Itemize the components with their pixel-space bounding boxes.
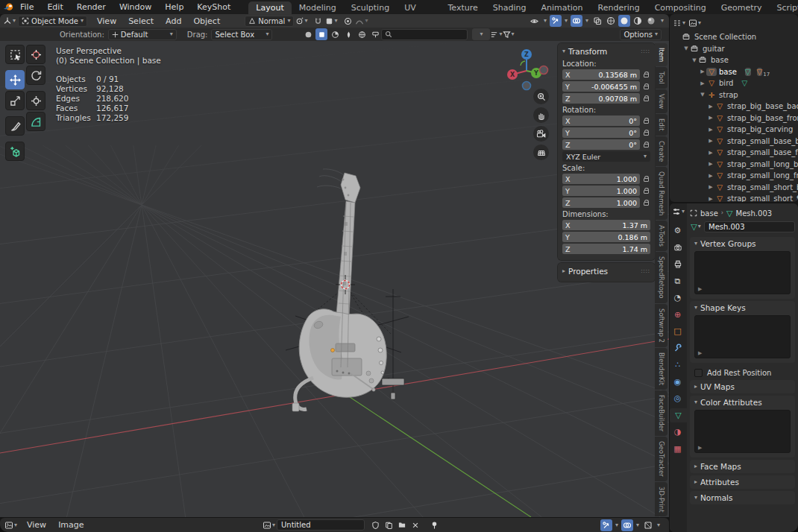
outliner-row[interactable]: ▶ ▽ strap_big_base_front (670, 113, 798, 124)
proportional-editing-button[interactable] (342, 15, 354, 27)
shade-wire-button[interactable] (605, 15, 617, 27)
asset-scene-icon[interactable] (329, 28, 341, 40)
sidebar-tab-quad-remesh[interactable]: Quad Remesh (655, 167, 667, 220)
blender-logo-icon[interactable] (3, 1, 14, 13)
sidebar-tab-facebuilder[interactable]: FaceBuilder (655, 390, 667, 436)
properties-tab-physics[interactable]: ◉ (670, 375, 685, 389)
properties-tab-material[interactable]: ◑ (670, 425, 685, 439)
browse-image-dropdown[interactable]: ▾ (263, 519, 275, 531)
snap-settings-dropdown[interactable]: ▾ (325, 15, 337, 27)
rotation-x-field[interactable]: X 0° (562, 115, 640, 126)
workspace-tab-texture-paint[interactable]: Texture Paint (440, 1, 485, 14)
tool-rotate-button[interactable] (26, 66, 45, 85)
outliner-row[interactable]: ▶ ▽ strap_small_short_back (670, 182, 798, 194)
mode-dropdown[interactable]: Object Mode▾ (18, 16, 87, 27)
sidebar-tab-speedretopo[interactable]: SpeedRetopo (655, 252, 667, 303)
topbar-menu-render[interactable]: Render (71, 1, 112, 13)
sidebar-tab-tool[interactable]: Tool (655, 67, 667, 89)
asset-brush-icon[interactable] (369, 28, 381, 40)
topbar-menu-keyshot[interactable]: KeyShot (191, 1, 236, 13)
properties-tab-view-layer[interactable]: ⧉ (670, 274, 685, 288)
asset-hdr-icon[interactable] (342, 28, 354, 40)
outliner-row[interactable]: ▶ ▽ strap_small_short_front (670, 193, 798, 202)
close-button[interactable] (409, 519, 421, 531)
outliner-filter-dropdown[interactable]: ▾ (688, 17, 701, 29)
properties-tab-tool[interactable]: ⚙ (670, 224, 685, 238)
lock-icon[interactable] (642, 142, 650, 148)
lock-icon[interactable] (642, 200, 650, 206)
drag-select-dropdown[interactable]: Select Box▾ (211, 29, 272, 40)
properties-tab-render[interactable] (670, 241, 685, 255)
shade-solid-button[interactable] (618, 15, 630, 27)
image-gizmos-dropdown[interactable]: ▾ (614, 522, 620, 528)
snap-toggle-button[interactable] (312, 15, 324, 27)
empty-list[interactable]: ▶ (694, 315, 791, 358)
lock-icon[interactable] (642, 72, 650, 77)
outliner-row[interactable]: ▶ ▽ strap_big_base_back (670, 101, 798, 113)
scale-z-field[interactable]: Z 1.000 (562, 197, 640, 208)
workspace-tab-sculpting[interactable]: Sculpting (344, 1, 397, 14)
properties-subpanel[interactable]: ▸ Properties ∷∷ (558, 263, 655, 282)
sidebar-tab-a-tools[interactable]: A-Tools (655, 221, 667, 251)
tool-move-button[interactable] (5, 70, 25, 89)
image-menu-view[interactable]: View (22, 520, 51, 530)
tool-transform-button[interactable] (26, 91, 45, 110)
checkbox[interactable] (694, 369, 703, 377)
gizmos-dropdown[interactable]: ▾ (563, 18, 569, 24)
xray-toggle-button[interactable] (591, 15, 603, 27)
camera-view-button[interactable] (533, 126, 549, 142)
tool-scale-button[interactable] (5, 91, 25, 110)
shade-render-button[interactable] (645, 15, 657, 27)
workspace-tab-compositing[interactable]: Compositing (647, 1, 714, 14)
sidebar-tab-blenderkit[interactable]: BlenderKit (655, 348, 667, 390)
topbar-menu-help[interactable]: Help (159, 1, 189, 13)
viewport-menu-object[interactable]: Object (188, 16, 225, 26)
workspace-tab-layout[interactable]: Layout (248, 1, 291, 14)
viewport-menu-view[interactable]: View (92, 16, 122, 26)
properties-tab-constraints[interactable]: ◎ (670, 391, 685, 405)
transform-orientation-dropdown[interactable]: Normal▾ (245, 16, 294, 27)
panel-normals[interactable]: ▾Normals (690, 491, 795, 504)
asset-search-input[interactable] (381, 29, 468, 40)
outliner-row[interactable]: ▶ ▽ strap_big_carving (670, 124, 798, 136)
sidebar-tab-create[interactable]: Create (655, 136, 667, 166)
outliner-row[interactable]: ▶ ▽ strap_small_base_back (670, 136, 798, 148)
properties-tab-modifiers[interactable] (670, 341, 685, 355)
properties-tab-particles[interactable]: ∴ (670, 358, 685, 372)
overlays-dropdown[interactable]: ▾ (584, 18, 590, 24)
image-gizmos-button[interactable] (600, 519, 612, 531)
rotation-mode-dropdown[interactable]: XYZ Euler▾ (562, 151, 650, 162)
asset-active-icon[interactable] (315, 28, 327, 40)
outliner-row[interactable]: ▶ ▽ strap_small_base_front (670, 147, 798, 159)
rotation-y-field[interactable]: Y 0° (562, 127, 640, 138)
outliner-row[interactable]: ▶ ▽ strap_small_long_back (670, 159, 798, 171)
empty-list[interactable]: ▶ (694, 410, 791, 453)
properties-tab-scene[interactable]: ◔ (670, 291, 685, 305)
viewport-menu-select[interactable]: Select (123, 16, 159, 26)
image-channels-dropdown[interactable]: ▾ (656, 522, 662, 528)
lock-icon[interactable] (642, 83, 650, 89)
image-name-field[interactable]: Untitled (277, 519, 365, 531)
tool-add-cube-button[interactable] (5, 142, 25, 161)
collapse-icon[interactable]: ▾ (562, 48, 565, 54)
workspace-tab-modeling[interactable]: Modeling (292, 1, 344, 14)
tool-select-box-button[interactable] (5, 45, 25, 64)
editor-type-3d-viewport-button[interactable]: ▾ (3, 15, 16, 27)
asset-model-icon[interactable] (302, 28, 314, 40)
asset-sort-dropdown[interactable]: ▾ (472, 28, 490, 40)
pivot-point-dropdown[interactable]: ▾ (295, 15, 307, 27)
options-dropdown[interactable]: Options▾ (620, 29, 662, 40)
orientation-default-dropdown[interactable]: Default▾ (108, 29, 177, 40)
topbar-menu-file[interactable]: File (14, 1, 40, 13)
topbar-menu-edit[interactable]: Edit (41, 1, 69, 13)
sidebar-tab-3d-print[interactable]: 3D-Print (655, 482, 667, 517)
workspace-tab-shading[interactable]: Shading (486, 1, 534, 14)
filter-funnel-dropdown[interactable]: ▾ (503, 28, 515, 40)
properties-tab-output[interactable] (670, 257, 685, 271)
outliner-row[interactable]: ▼ guitar (670, 43, 798, 55)
pin-icon[interactable] (430, 521, 439, 530)
overlays-toggle-button[interactable] (571, 15, 582, 27)
outliner-row[interactable]: ▶ ▽ strap_small_long_front (670, 170, 798, 182)
workspace-tab-uv-editing[interactable]: UV Editing (397, 1, 440, 14)
properties-tab-data[interactable]: ▽ (670, 408, 687, 422)
